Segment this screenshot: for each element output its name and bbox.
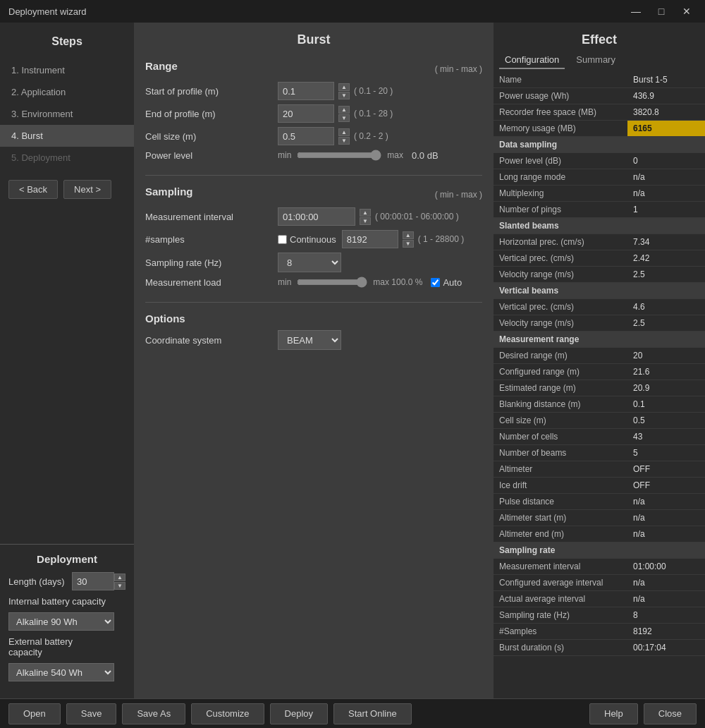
end-profile-input-wrap: ▲ ▼ ( 0.1 - 28 ) bbox=[278, 104, 393, 123]
effect-row-value: 7.34 bbox=[627, 234, 705, 250]
effect-row-label: Actual average interval bbox=[494, 591, 627, 607]
measurement-interval-hint: ( 00:00:01 - 06:00:00 ) bbox=[375, 212, 459, 222]
mload-max: max 100.0 % bbox=[373, 277, 422, 287]
start-online-button[interactable]: Start Online bbox=[333, 703, 412, 724]
effect-row-value: 3820.8 bbox=[627, 104, 705, 120]
maximize-button[interactable]: □ bbox=[651, 3, 671, 20]
measurement-interval-input[interactable] bbox=[278, 207, 355, 226]
sidebar-item-instrument[interactable]: 1. Instrument bbox=[0, 59, 134, 81]
end-profile-down[interactable]: ▼ bbox=[338, 114, 350, 122]
sampling-rate-label: Sampling rate (Hz) bbox=[145, 257, 272, 268]
continuous-checkbox[interactable] bbox=[278, 235, 287, 244]
bottom-right-group: Help Close bbox=[589, 703, 697, 724]
internal-battery-select[interactable]: Alkaline 90 Wh Lithium 90 Wh bbox=[8, 612, 114, 631]
start-profile-up[interactable]: ▲ bbox=[338, 83, 350, 91]
customize-button[interactable]: Customize bbox=[191, 703, 264, 724]
length-row: Length (days) ▲ ▼ bbox=[8, 572, 125, 590]
range-section: Range ( min - max ) Start of profile (m)… bbox=[134, 54, 494, 171]
sidebar-item-environment[interactable]: 3. Environment bbox=[0, 103, 134, 125]
window-close-button[interactable]: ✕ bbox=[677, 3, 697, 20]
start-profile-arrows: ▲ ▼ bbox=[338, 83, 350, 99]
sidebar-item-application[interactable]: 2. Application bbox=[0, 81, 134, 103]
length-input-wrap: ▲ ▼ bbox=[72, 572, 125, 590]
effect-row-label: Power usage (Wh) bbox=[494, 88, 627, 104]
open-button[interactable]: Open bbox=[8, 703, 61, 724]
cell-size-up[interactable]: ▲ bbox=[338, 128, 350, 136]
save-button[interactable]: Save bbox=[66, 703, 117, 724]
auto-checkbox[interactable] bbox=[431, 278, 440, 287]
save-as-button[interactable]: Save As bbox=[122, 703, 185, 724]
effect-data-row: Recorder free space (MB)3820.8 bbox=[494, 104, 705, 121]
options-section: Options Coordinate system BEAM XYZ ENU bbox=[134, 307, 494, 360]
measurement-interval-down[interactable]: ▼ bbox=[360, 217, 371, 225]
effect-data-row: Estimated range (m)20.9 bbox=[494, 380, 705, 396]
minimize-button[interactable]: — bbox=[626, 3, 646, 20]
range-section-title: Range bbox=[145, 60, 178, 72]
effect-title: Effect bbox=[494, 23, 705, 51]
effect-row-label: Velocity range (m/s) bbox=[494, 315, 627, 331]
effect-row-value: 5 bbox=[627, 445, 705, 461]
effect-row-label: Vertical prec. (cm/s) bbox=[494, 250, 627, 266]
samples-input[interactable] bbox=[342, 230, 398, 248]
power-min-label: min bbox=[278, 150, 291, 160]
samples-down[interactable]: ▼ bbox=[403, 240, 414, 248]
mload-min: min bbox=[278, 277, 291, 287]
end-profile-arrows: ▲ ▼ bbox=[338, 106, 350, 122]
auto-wrap: Auto bbox=[431, 277, 462, 288]
measurement-load-slider[interactable] bbox=[297, 277, 367, 288]
effect-row-label: Vertical prec. (cm/s) bbox=[494, 299, 627, 315]
cell-size-input[interactable] bbox=[278, 127, 334, 145]
coordinate-system-select[interactable]: BEAM XYZ ENU bbox=[278, 330, 341, 350]
start-profile-input[interactable] bbox=[278, 82, 334, 100]
help-button[interactable]: Help bbox=[589, 703, 638, 724]
measurement-interval-up[interactable]: ▲ bbox=[360, 209, 371, 217]
power-max-label: max bbox=[387, 150, 403, 160]
tab-configuration[interactable]: Configuration bbox=[499, 51, 565, 69]
end-profile-hint: ( 0.1 - 28 ) bbox=[354, 109, 393, 119]
window-controls: — □ ✕ bbox=[626, 3, 697, 20]
tab-summary[interactable]: Summary bbox=[570, 51, 621, 69]
effect-data-row: Vertical prec. (cm/s)4.6 bbox=[494, 299, 705, 315]
effect-data-row: Velocity range (m/s)2.5 bbox=[494, 315, 705, 332]
length-spin-arrows: ▲ ▼ bbox=[114, 574, 125, 590]
next-button[interactable]: Next > bbox=[63, 180, 111, 199]
range-hint: ( min - max ) bbox=[435, 64, 482, 74]
start-profile-down[interactable]: ▼ bbox=[338, 92, 350, 99]
external-battery-label: External battery capacity bbox=[8, 636, 107, 657]
effect-row-value: n/a bbox=[627, 526, 705, 542]
length-down-arrow[interactable]: ▼ bbox=[114, 582, 125, 590]
effect-row-value: 01:00:00 bbox=[627, 559, 705, 574]
cell-size-down[interactable]: ▼ bbox=[338, 137, 350, 145]
end-profile-input[interactable] bbox=[278, 104, 334, 123]
sidebar-item-label-environment: 3. Environment bbox=[11, 109, 73, 119]
effect-row-label: Blanking distance (m) bbox=[494, 396, 627, 412]
length-label: Length (days) bbox=[8, 576, 66, 587]
deployment-config-title: Deployment bbox=[8, 553, 125, 565]
effect-row-value: 43 bbox=[627, 429, 705, 444]
sidebar-item-label-burst: 4. Burst bbox=[11, 131, 43, 141]
length-up-arrow[interactable]: ▲ bbox=[114, 574, 125, 581]
effect-data-row: Blanking distance (m)0.1 bbox=[494, 396, 705, 413]
power-level-slider[interactable] bbox=[297, 150, 381, 161]
back-button[interactable]: < Back bbox=[8, 180, 58, 199]
length-input[interactable] bbox=[72, 572, 114, 590]
external-battery-select[interactable]: Alkaline 540 Wh Lithium 540 Wh bbox=[8, 663, 114, 681]
samples-up[interactable]: ▲ bbox=[403, 231, 414, 239]
measurement-interval-wrap: ▲ ▼ ( 00:00:01 - 06:00:00 ) bbox=[278, 207, 459, 226]
close-button[interactable]: Close bbox=[644, 703, 697, 724]
range-header: Range ( min - max ) bbox=[145, 60, 482, 78]
effect-row-label: Memory usage (MB) bbox=[494, 121, 627, 136]
effect-row-label: Ice drift bbox=[494, 478, 627, 493]
sampling-rate-select[interactable]: 8 16 32 bbox=[278, 253, 341, 272]
effect-row-value: 2.5 bbox=[627, 267, 705, 282]
effect-row-value: 436.9 bbox=[627, 88, 705, 104]
effect-row-label: Altimeter end (m) bbox=[494, 526, 627, 542]
effect-row-label: Pulse distance bbox=[494, 494, 627, 509]
deploy-button[interactable]: Deploy bbox=[270, 703, 328, 724]
effect-data-row: Pulse distancen/a bbox=[494, 494, 705, 510]
end-profile-up[interactable]: ▲ bbox=[338, 106, 350, 114]
sidebar-item-burst[interactable]: 4. Burst bbox=[0, 125, 134, 147]
effect-name-label: Name bbox=[494, 72, 627, 87]
cell-size-hint: ( 0.2 - 2 ) bbox=[354, 131, 388, 141]
deployment-config-section: Deployment Length (days) ▲ ▼ Internal ba… bbox=[0, 544, 134, 693]
